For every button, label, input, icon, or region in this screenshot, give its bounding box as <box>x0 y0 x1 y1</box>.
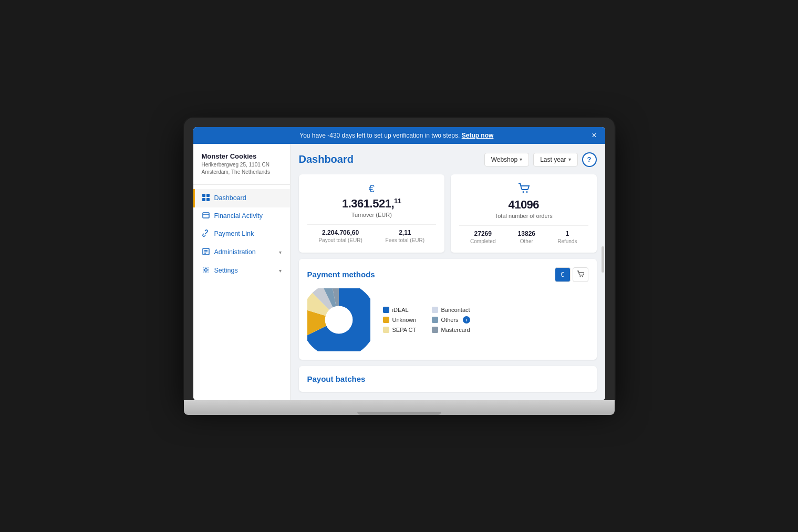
other-orders: 13826 Other <box>518 230 535 244</box>
webshop-label: Webshop <box>491 156 517 163</box>
payment-content: iDEAL Bancontact Unknown <box>307 288 588 351</box>
settings-icon <box>202 266 210 275</box>
administration-icon <box>202 248 210 257</box>
period-dropdown[interactable]: Last year ▾ <box>533 153 577 166</box>
completed-label: Completed <box>470 238 495 244</box>
unknown-label: Unknown <box>392 317 417 323</box>
others-dot <box>432 317 438 323</box>
legend-others: Others i <box>432 316 470 324</box>
unknown-dot <box>383 317 389 323</box>
settings-label: Settings <box>214 267 275 274</box>
payout-total: 2.204.706,60 Payout total (EUR) <box>318 229 362 243</box>
orders-icon <box>518 183 530 196</box>
sidebar-item-financial[interactable]: Financial Activity <box>193 207 290 225</box>
main-content: Dashboard Webshop ▾ Last year ▾ <box>291 144 605 400</box>
payment-toggle: € <box>555 267 588 282</box>
turnover-main: € 1.361.521,11 Turnover (EUR) <box>307 183 437 218</box>
dashboard-icon <box>202 194 210 203</box>
turnover-sub: 2.204.706,60 Payout total (EUR) 2,11 Fee… <box>307 229 437 243</box>
company-address: Herikerbergweg 25, 1101 CN Amsterdam, Th… <box>202 161 282 176</box>
toggle-orders-icon <box>577 270 584 279</box>
period-caret: ▾ <box>568 157 571 162</box>
financial-label: Financial Activity <box>214 212 282 220</box>
header-controls: Webshop ▾ Last year ▾ ? <box>484 152 597 167</box>
sepa-dot <box>383 327 389 333</box>
orders-label: Total number of orders <box>495 213 553 219</box>
toggle-orders-button[interactable] <box>573 267 588 282</box>
payment-methods-title: Payment methods <box>307 270 375 279</box>
sepa-label: SEPA CT <box>392 327 417 333</box>
ideal-label: iDEAL <box>392 307 409 313</box>
payment-legend: iDEAL Bancontact Unknown <box>383 307 470 333</box>
other-value: 13826 <box>518 230 535 237</box>
sidebar-item-payment-link[interactable]: Payment Link <box>193 225 290 243</box>
turnover-value: 1.361.521,11 <box>342 197 401 211</box>
payment-card-header: Payment methods € <box>307 267 588 282</box>
turnover-icon: € <box>369 183 375 195</box>
webshop-dropdown[interactable]: Webshop ▾ <box>484 153 529 166</box>
legend-bancontact: Bancontact <box>432 307 470 313</box>
sidebar-item-settings[interactable]: Settings ▾ <box>193 262 290 280</box>
svg-point-14 <box>582 276 583 277</box>
turnover-card: € 1.361.521,11 Turnover (EUR) 2.20 <box>299 174 445 253</box>
svg-point-12 <box>526 191 527 193</box>
orders-sub: 27269 Completed 13826 Other 1 <box>459 230 588 244</box>
payment-link-icon <box>202 230 210 238</box>
setup-now-link[interactable]: Setup now <box>462 132 494 139</box>
others-label: Others <box>441 317 459 323</box>
fees-total: 2,11 Fees total (EUR) <box>386 229 424 243</box>
completed-orders: 27269 Completed <box>470 230 495 244</box>
settings-chevron: ▾ <box>279 268 282 274</box>
company-name: Monster Cookies <box>202 152 282 160</box>
pie-chart <box>307 288 370 351</box>
refund-value: 1 <box>557 230 577 237</box>
legend-ideal: iDEAL <box>383 307 421 313</box>
payout-title: Payout batches <box>307 374 588 383</box>
completed-value: 27269 <box>470 230 495 237</box>
company-info: Monster Cookies Herikerbergweg 25, 1101 … <box>193 152 290 185</box>
notification-banner: You have -430 days left to set up verifi… <box>193 127 605 144</box>
svg-point-21 <box>325 306 353 333</box>
payout-label: Payout total (EUR) <box>318 237 362 243</box>
mastercard-dot <box>432 327 438 333</box>
payout-card: Payout batches <box>299 366 597 392</box>
page-title: Dashboard <box>299 153 354 165</box>
svg-rect-3 <box>206 198 210 201</box>
stats-row: € 1.361.521,11 Turnover (EUR) 2.20 <box>299 174 597 253</box>
turnover-label: Turnover (EUR) <box>351 212 392 218</box>
fees-value: 2,11 <box>386 229 424 236</box>
toggle-eur-icon: € <box>561 271 564 278</box>
administration-label: Administration <box>214 248 275 256</box>
svg-point-13 <box>579 276 581 277</box>
legend-sepa: SEPA CT <box>383 327 421 333</box>
help-button[interactable]: ? <box>582 152 597 167</box>
svg-rect-0 <box>202 194 205 197</box>
other-label: Other <box>518 238 535 244</box>
help-icon: ? <box>587 155 592 163</box>
bancontact-dot <box>432 307 438 313</box>
scrollbar[interactable] <box>602 246 604 273</box>
period-label: Last year <box>540 156 566 163</box>
orders-value: 41096 <box>508 198 539 212</box>
legend-mastercard: Mastercard <box>432 327 470 333</box>
svg-rect-4 <box>203 213 209 218</box>
notification-text: You have -430 days left to set up verifi… <box>299 132 460 139</box>
fees-label: Fees total (EUR) <box>386 237 424 243</box>
dashboard-label: Dashboard <box>214 194 282 202</box>
bancontact-label: Bancontact <box>441 307 470 313</box>
sidebar-item-administration[interactable]: Administration ▾ <box>193 243 290 262</box>
toggle-eur-button[interactable]: € <box>555 267 571 282</box>
laptop-base <box>184 400 615 415</box>
sidebar: Monster Cookies Herikerbergweg 25, 1101 … <box>193 144 291 400</box>
others-info-icon[interactable]: i <box>463 316 470 324</box>
financial-icon <box>202 212 210 220</box>
orders-card: 41096 Total number of orders 27269 Compl… <box>451 174 597 253</box>
notification-close-button[interactable]: × <box>592 131 596 140</box>
svg-point-10 <box>204 268 207 271</box>
payout-value: 2.204.706,60 <box>318 229 362 236</box>
webshop-caret: ▾ <box>520 157 522 162</box>
sidebar-item-dashboard[interactable]: Dashboard <box>193 189 290 207</box>
orders-main: 41096 Total number of orders <box>459 183 588 219</box>
ideal-dot <box>383 307 389 313</box>
payment-link-label: Payment Link <box>214 230 282 237</box>
